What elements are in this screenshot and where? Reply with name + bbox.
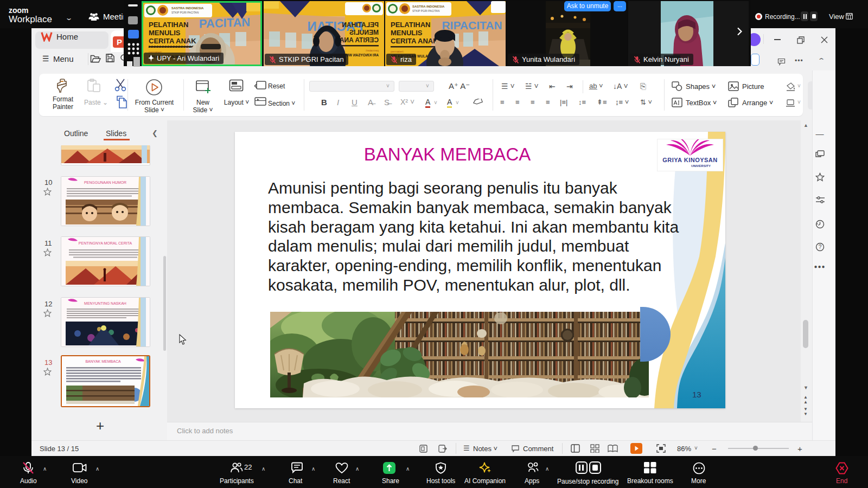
svg-text:PELATIHAN: PELATIHAN bbox=[391, 21, 430, 29]
svg-text:GRIYA KINOYSAN: GRIYA KINOYSAN bbox=[662, 157, 718, 163]
svg-text:PENTINGNYA MORAL CERITA: PENTINGNYA MORAL CERITA bbox=[79, 241, 132, 245]
svg-text:STKIP PGRI PACITAN: STKIP PGRI PACITAN bbox=[171, 11, 199, 14]
svg-text:CERITA ANAK: CERITA ANAK bbox=[335, 36, 379, 44]
svg-text:MENULIS: MENULIS bbox=[349, 29, 379, 36]
svg-text:MENULIS: MENULIS bbox=[391, 29, 423, 37]
svg-text:CERITA ANAK: CERITA ANAK bbox=[391, 37, 438, 45]
svg-text:PENGGUNAAN HUMOR: PENGGUNAAN HUMOR bbox=[84, 181, 126, 184]
svg-text:SASTRA INDONESIA: SASTRA INDONESIA bbox=[412, 5, 445, 8]
svg-text:MENULIS: MENULIS bbox=[149, 29, 181, 37]
svg-text:RIPACITAN: RIPACITAN bbox=[442, 19, 502, 31]
svg-text:CERITA ANAK: CERITA ANAK bbox=[149, 37, 196, 45]
svg-text:pemateri:: pemateri: bbox=[365, 49, 379, 52]
svg-text:UNIVERSITY: UNIVERSITY bbox=[691, 164, 711, 168]
svg-text:MENYUNTING NASKAH: MENYUNTING NASKAH bbox=[84, 301, 126, 305]
svg-text:BANYAK MEMBACA: BANYAK MEMBACA bbox=[85, 359, 121, 363]
svg-text:pemateri:: pemateri: bbox=[391, 50, 404, 53]
svg-text:PELATIHAN: PELATIHAN bbox=[149, 21, 188, 29]
svg-text:SASTRA INDONESIA: SASTRA INDONESIA bbox=[171, 7, 204, 10]
svg-text:?: ? bbox=[819, 244, 822, 250]
svg-text:STKIP PGRI PACITAN: STKIP PGRI PACITAN bbox=[412, 9, 440, 12]
svg-text:PELATIHAN: PELATIHAN bbox=[342, 21, 379, 29]
